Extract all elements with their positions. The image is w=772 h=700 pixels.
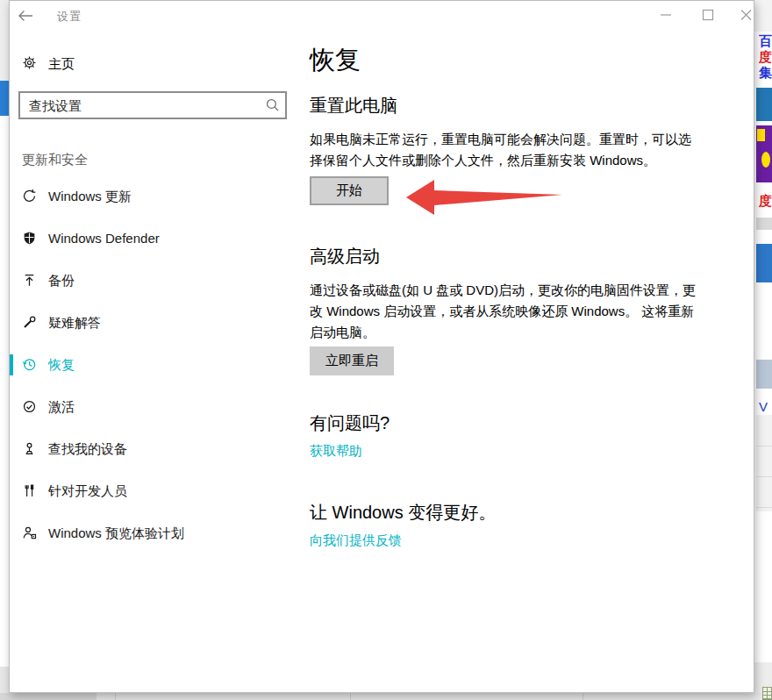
search-input[interactable] (18, 91, 287, 119)
sidebar-item-backup[interactable]: 备份 (10, 260, 290, 302)
background-window-left-sliver (0, 0, 9, 700)
sidebar-item-troubleshoot[interactable]: 疑难解答 (10, 302, 290, 344)
minimize-button[interactable] (647, 1, 684, 29)
background-window-bottom-strip (0, 693, 772, 700)
wrench-icon (22, 315, 37, 330)
annotation-arrow (403, 173, 569, 222)
sidebar-item-label: 针对开发人员 (48, 483, 127, 500)
background-gray-strip (756, 218, 772, 230)
sidebar-item-home[interactable]: 主页 (10, 46, 290, 82)
sidebar-item-label: 主页 (48, 56, 75, 73)
titlebar: 设置 (10, 1, 754, 32)
sidebar-item-windows-insider[interactable]: Windows 预览体验计划 (10, 512, 290, 554)
background-partial-text: 度 (759, 49, 772, 64)
background-left-gray-block (0, 0, 9, 81)
upload-icon (22, 273, 37, 288)
reset-pc-heading: 重置此电脑 (310, 94, 397, 118)
sidebar-item-recovery[interactable]: 恢复 (10, 344, 290, 386)
background-partial-text: 度 (759, 193, 772, 208)
check-circle-icon (22, 399, 37, 414)
sidebar-item-label: 恢复 (48, 357, 75, 374)
gear-icon (22, 55, 37, 70)
reset-pc-description: 如果电脑未正常运行，重置电脑可能会解决问题。重置时，可以选 择保留个人文件或删除… (310, 129, 759, 171)
background-left-blue-block (0, 81, 9, 116)
close-icon (727, 1, 764, 29)
sidebar-item-windows-defender[interactable]: Windows Defender (10, 218, 290, 260)
sync-icon (22, 189, 37, 204)
table-grid-icon (762, 687, 772, 700)
background-partial-text: 集 (759, 65, 772, 80)
sidebar-item-label: 查找我的设备 (48, 441, 127, 458)
window-title: 设置 (57, 9, 82, 25)
get-started-button[interactable]: 开始 (310, 176, 389, 205)
background-partial-text: 百 (759, 33, 772, 48)
selected-indicator (10, 354, 13, 375)
sidebar-item-label: Windows Defender (48, 231, 160, 246)
sidebar-item-label: Windows 预览体验计划 (48, 525, 184, 542)
advanced-startup-heading: 高级启动 (310, 245, 380, 268)
sidebar-item-label: 疑难解答 (48, 315, 101, 332)
close-button[interactable] (727, 1, 764, 29)
back-button[interactable] (17, 3, 50, 29)
feedback-heading: 让 Windows 变得更好。 (310, 501, 496, 525)
sidebar-item-label: 备份 (48, 273, 75, 289)
background-window-right-sliver: 百 度 集 度 V (754, 0, 772, 700)
minimize-icon (647, 1, 684, 29)
get-help-link[interactable]: 获取帮助 (310, 443, 362, 460)
background-blue-banner (756, 88, 772, 121)
sidebar-nav: Windows 更新 Windows Defender 备份 (10, 175, 290, 554)
settings-window: 设置 (9, 0, 754, 693)
give-feedback-link[interactable]: 向我们提供反馈 (310, 532, 402, 549)
insider-person-icon (22, 525, 37, 540)
sidebar-item-for-developers[interactable]: 针对开发人员 (10, 470, 290, 512)
maximize-button[interactable] (689, 1, 726, 29)
back-arrow-icon (17, 9, 34, 23)
settings-search (18, 91, 287, 119)
search-icon[interactable] (265, 97, 280, 112)
restart-now-button[interactable]: 立即重启 (310, 346, 394, 375)
shield-icon (22, 231, 37, 246)
screen: 百 度 集 度 V 设置 (0, 0, 772, 700)
background-list-panel (756, 415, 772, 511)
sidebar-item-label: Windows 更新 (48, 189, 132, 205)
sidebar-item-find-my-device[interactable]: 查找我的设备 (10, 428, 290, 470)
page-title: 恢复 (310, 43, 361, 78)
background-partial-text: V (759, 399, 772, 414)
history-icon (22, 357, 37, 372)
background-slate-block (756, 360, 772, 389)
advanced-startup-description: 通过设备或磁盘(如 U 盘或 DVD)启动，更改你的电脑固件设置，更 改 Win… (310, 280, 759, 343)
sidebar-section-header: 更新和安全 (22, 152, 88, 168)
sidebar-item-label: 激活 (48, 399, 75, 416)
sidebar-item-activation[interactable]: 激活 (10, 386, 290, 428)
map-pin-icon (22, 441, 37, 456)
background-blue-block (756, 244, 772, 282)
maximize-icon (689, 1, 726, 29)
help-heading: 有问题吗? (310, 411, 390, 435)
sidebar-item-windows-update[interactable]: Windows 更新 (10, 175, 290, 218)
dev-tools-icon (22, 483, 37, 498)
